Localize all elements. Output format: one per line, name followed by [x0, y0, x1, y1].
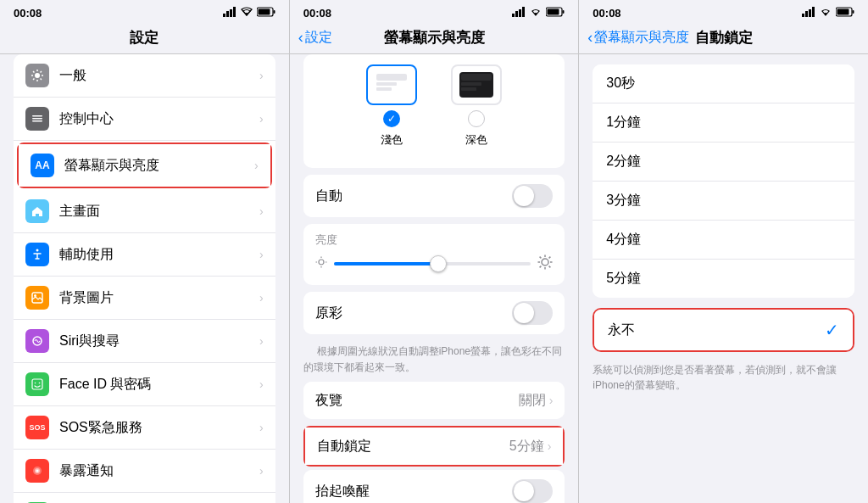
brightness-slider[interactable] — [315, 254, 554, 273]
status-bar-1: 00:08 — [0, 0, 289, 24]
option-2m[interactable]: 2分鐘 — [593, 143, 854, 182]
svg-rect-8 — [32, 115, 42, 117]
truetone-note-text: 根據周圍光線狀況自動調整iPhone螢幕，讓色彩在不同的環境下都看起來一致。 — [303, 340, 562, 382]
svg-rect-37 — [461, 82, 481, 86]
settings-row-home[interactable]: 主畫面 › — [14, 190, 275, 233]
svg-rect-58 — [853, 10, 854, 14]
signal-icon — [223, 7, 236, 19]
settings-row-faceid[interactable]: Face ID 與密碼 › — [14, 363, 275, 406]
svg-rect-54 — [805, 11, 808, 17]
nav-bar-2: ‹ 設定 螢幕顯示與亮度 — [290, 24, 579, 54]
icon-general — [25, 64, 49, 87]
chevron-wallpaper: › — [259, 291, 264, 305]
auto-row[interactable]: 自動 — [303, 175, 565, 217]
status-icons-2 — [512, 7, 565, 19]
settings-row-sos[interactable]: SOS SOS緊急服務 › — [14, 406, 275, 450]
svg-rect-56 — [812, 7, 815, 17]
dark-preview — [451, 64, 502, 105]
icon-wallpaper — [25, 286, 49, 310]
option-5m[interactable]: 5分鐘 — [593, 260, 854, 298]
appearance-options: ✓ 淺色 深色 — [303, 64, 565, 148]
icon-exposure — [25, 459, 49, 483]
nav-back-label-3: 螢幕顯示與亮度 — [594, 29, 689, 47]
brightness-section-label: 亮度 — [315, 232, 554, 248]
svg-point-7 — [35, 73, 40, 78]
chevron-exposure: › — [259, 464, 264, 478]
chevron-display: › — [254, 159, 259, 172]
autolock-row[interactable]: 自動鎖定 5分鐘 › — [305, 428, 564, 465]
light-preview — [366, 64, 417, 105]
settings-row-exposure[interactable]: 暴露通知 › — [14, 450, 275, 493]
settings-row-accessibility[interactable]: 輔助使用 › — [14, 233, 275, 277]
settings-row-wallpaper[interactable]: 背景圖片 › — [14, 277, 275, 320]
appearance-dark[interactable]: 深色 — [451, 64, 502, 148]
settings-row-control[interactable]: 控制中心 › — [14, 98, 275, 141]
brightness-container: 亮度 — [303, 224, 565, 285]
svg-line-51 — [540, 266, 542, 268]
settings-row-general[interactable]: 一般 › — [14, 54, 275, 98]
label-exposure: 暴露通知 — [59, 462, 259, 480]
svg-rect-59 — [837, 9, 849, 15]
brightness-group: 亮度 — [303, 224, 565, 285]
option-3m[interactable]: 3分鐘 — [593, 182, 854, 221]
label-sos: SOS緊急服務 — [59, 419, 259, 437]
selected-option-highlight: 永不 ✓ — [593, 308, 854, 352]
svg-point-44 — [542, 259, 548, 265]
chevron-accessibility: › — [259, 248, 264, 261]
truetone-row[interactable]: 原彩 — [303, 292, 565, 334]
brightness-track[interactable] — [334, 262, 531, 265]
nightshift-group: 夜覽 關閉 › — [303, 382, 565, 419]
icon-accessibility — [25, 243, 49, 266]
autolock-label: 自動鎖定 — [317, 438, 509, 455]
battery-icon — [257, 7, 275, 19]
wifi-icon-2 — [529, 7, 542, 19]
wifi-icon — [240, 7, 253, 19]
option-30s[interactable]: 30秒 — [593, 64, 854, 103]
nav-back-3[interactable]: ‹ 螢幕顯示與亮度 — [587, 29, 689, 47]
auto-group: 自動 — [303, 175, 565, 217]
option-1m[interactable]: 1分鐘 — [593, 103, 854, 143]
svg-point-11 — [36, 249, 39, 252]
label-home: 主畫面 — [59, 203, 259, 221]
raisewake-toggle[interactable] — [512, 479, 553, 503]
nav-back-chevron-2: ‹ — [298, 29, 303, 47]
label-general: 一般 — [59, 67, 259, 85]
chevron-sos: › — [259, 421, 264, 434]
nav-back-2[interactable]: ‹ 設定 — [298, 29, 332, 47]
signal-icon-3 — [802, 7, 815, 19]
svg-line-49 — [540, 257, 542, 259]
autolock-note: 系統可以偵測到您是否看著螢幕，若偵測到，就不會讓iPhone的螢幕變暗。 — [579, 355, 868, 400]
appearance-light[interactable]: ✓ 淺色 — [366, 64, 417, 148]
option-never-label: 永不 — [608, 321, 825, 339]
svg-point-16 — [35, 383, 36, 384]
dark-label: 深色 — [465, 132, 487, 148]
status-time-3: 00:08 — [593, 7, 620, 20]
nav-bar-3: ‹ 螢幕顯示與亮度 自動鎖定 — [579, 24, 868, 54]
raisewake-row[interactable]: 抬起喚醒 — [303, 470, 565, 503]
svg-rect-5 — [273, 10, 275, 14]
chevron-control: › — [259, 112, 264, 126]
status-time-1: 00:08 — [14, 7, 42, 20]
settings-row-display[interactable]: AA 螢幕顯示與亮度 › — [19, 144, 270, 187]
settings-row-battery[interactable]: 電池 › — [14, 493, 275, 503]
option-2m-label: 2分鐘 — [606, 153, 841, 170]
auto-toggle[interactable] — [512, 184, 553, 208]
svg-rect-29 — [563, 10, 565, 14]
option-30s-label: 30秒 — [606, 75, 841, 92]
panel-autolock: 00:08 ‹ 螢幕顯示與亮度 自動鎖定 30秒 1分鐘 — [579, 0, 868, 503]
svg-rect-53 — [802, 14, 804, 17]
option-4m[interactable]: 4分鐘 — [593, 221, 854, 260]
svg-point-39 — [319, 260, 324, 265]
nav-title-3: 自動鎖定 — [695, 28, 753, 48]
settings-row-siri[interactable]: Siri與搜尋 › — [14, 320, 275, 363]
option-never[interactable]: 永不 ✓ — [594, 310, 853, 350]
panel-settings: 00:08 設定 一般 › — [0, 0, 290, 503]
svg-rect-38 — [461, 87, 476, 91]
brightness-thumb[interactable] — [430, 255, 447, 272]
svg-line-52 — [549, 257, 551, 259]
settings-list-1: 一般 › 控制中心 › AA 螢幕顯示與亮度 › — [0, 54, 289, 503]
nightshift-row[interactable]: 夜覽 關閉 › — [303, 382, 565, 419]
settings-group-general: 一般 › 控制中心 › AA 螢幕顯示與亮度 › — [14, 54, 275, 503]
svg-rect-36 — [461, 74, 492, 81]
truetone-toggle[interactable] — [512, 301, 553, 325]
